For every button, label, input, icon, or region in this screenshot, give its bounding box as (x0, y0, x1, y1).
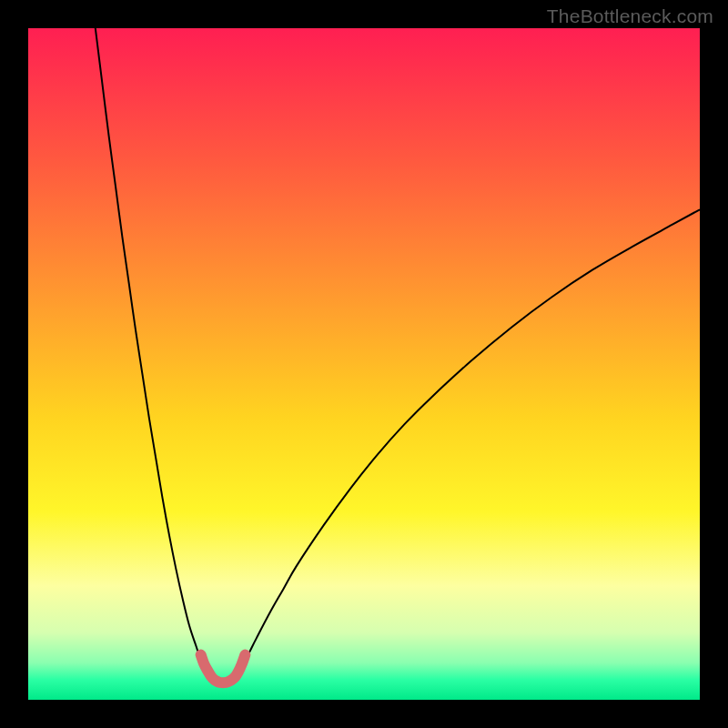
series-valley-marker (201, 655, 246, 683)
series-right-branch (239, 209, 700, 671)
plot-area (28, 28, 700, 700)
chart-frame: TheBottleneck.com (0, 0, 728, 728)
series-left-branch (96, 28, 207, 671)
curve-layer (28, 28, 700, 700)
watermark-text: TheBottleneck.com (547, 5, 713, 27)
